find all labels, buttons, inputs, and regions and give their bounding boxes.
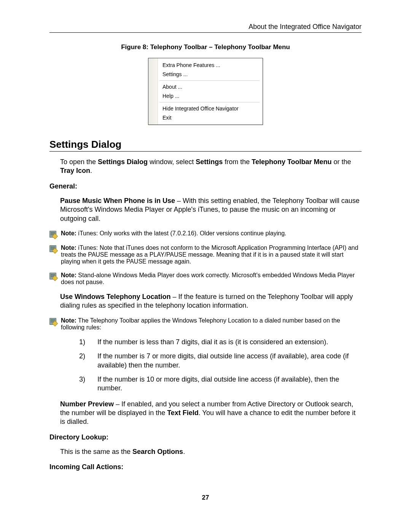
- text: from the: [223, 158, 252, 166]
- note-text: Note: The Telephony Toolbar applies the …: [61, 317, 362, 331]
- text-bold: Telephony Toolbar Menu: [252, 158, 331, 166]
- note-row: Note: iTunes: Only works with the latest…: [49, 230, 362, 238]
- section-title: Settings Dialog: [49, 139, 362, 150]
- text: iTunes: Note that iTunes does not confor…: [61, 244, 358, 265]
- text-bold: Number Preview: [60, 400, 114, 408]
- note-row: Note: Stand-alone Windows Media Player d…: [49, 272, 362, 286]
- document-page: About the Integrated Office Navigator Fi…: [0, 0, 411, 517]
- text-bold: Settings Dialog: [98, 158, 148, 166]
- header-rule: [49, 32, 362, 33]
- note-row: Note: iTunes: Note that iTunes does not …: [49, 244, 362, 265]
- subhead-general: General:: [49, 182, 362, 190]
- menu-separator: [159, 102, 260, 102]
- text-bold: Use Windows Telephony Location: [60, 293, 171, 300]
- section-rule: [49, 151, 362, 152]
- text: or the: [332, 158, 351, 166]
- note-label: Note:: [61, 244, 76, 251]
- menu-content: Extra Phone Features ... Settings ... Ab…: [158, 58, 263, 125]
- note-label: Note:: [61, 317, 76, 324]
- text: The Telephony Toolbar applies the Window…: [61, 317, 340, 331]
- list-item: 2) If the number is 7 or more digits, di…: [72, 352, 362, 370]
- list-number: 1): [72, 338, 97, 347]
- text-bold: Settings: [196, 158, 223, 166]
- number-preview-paragraph: Number Preview – If enabled, and you sel…: [60, 400, 362, 427]
- menu-gutter: [148, 58, 158, 125]
- note-row: Note: The Telephony Toolbar applies the …: [49, 317, 362, 331]
- text: iTunes: Only works with the latest (7.0.…: [76, 230, 287, 236]
- note-icon: [49, 231, 56, 238]
- menu-item-about[interactable]: About ...: [158, 82, 263, 91]
- telephony-toolbar-menu: Extra Phone Features ... Settings ... Ab…: [148, 58, 263, 125]
- rules-list: 1) If the number is less than 7 digits, …: [72, 338, 362, 393]
- text: .: [183, 448, 185, 455]
- page-number: 27: [49, 494, 362, 502]
- list-text: If the number is less than 7 digits, dia…: [97, 338, 362, 347]
- menu-separator: [159, 80, 260, 81]
- figure-caption: Figure 8: Telephony Toolbar – Telephony …: [49, 43, 362, 51]
- text: window, select: [148, 158, 196, 166]
- menu-item-settings[interactable]: Settings ...: [158, 70, 263, 79]
- list-number: 2): [72, 352, 97, 370]
- text: .: [90, 167, 92, 174]
- note-icon: [49, 273, 56, 280]
- intro-paragraph: To open the Settings Dialog window, sele…: [60, 158, 362, 176]
- note-icon: [49, 245, 56, 252]
- list-text: If the number is 7 or more digits, dial …: [97, 352, 362, 370]
- text: This is the same as the: [60, 448, 132, 455]
- subhead-incoming-call-actions: Incoming Call Actions:: [49, 463, 362, 471]
- note-icon: [49, 318, 56, 325]
- text: To open the: [60, 158, 98, 166]
- directory-lookup-paragraph: This is the same as the Search Options.: [60, 447, 362, 456]
- menu-item-help[interactable]: Help ...: [158, 91, 263, 101]
- note-text: Note: iTunes: Only works with the latest…: [61, 230, 362, 237]
- subhead-directory-lookup: Directory Lookup:: [49, 433, 362, 441]
- list-item: 3) If the number is 10 or more digits, d…: [72, 375, 362, 393]
- menu-item-exit[interactable]: Exit: [158, 113, 263, 122]
- note-label: Note:: [61, 230, 76, 236]
- menu-item-extra-phone-features[interactable]: Extra Phone Features ...: [158, 61, 263, 70]
- list-item: 1) If the number is less than 7 digits, …: [72, 338, 362, 347]
- note-label: Note:: [61, 272, 76, 278]
- text-bold: Pause Music When Phone is in Use: [60, 197, 175, 204]
- pause-music-paragraph: Pause Music When Phone is in Use – With …: [60, 197, 362, 223]
- use-windows-telephony-paragraph: Use Windows Telephony Location – If the …: [60, 292, 362, 310]
- menu-item-hide-integrated-office-navigator[interactable]: Hide Integrated Office Navigator: [158, 104, 263, 113]
- list-number: 3): [72, 375, 97, 393]
- text-bold: Text Field: [167, 409, 199, 417]
- running-head: About the Integrated Office Navigator: [49, 23, 362, 31]
- list-text: If the number is 10 or more digits, dial…: [97, 375, 362, 393]
- text-bold: Tray Icon: [60, 167, 90, 174]
- text-bold: Search Options: [132, 448, 183, 455]
- note-text: Note: Stand-alone Windows Media Player d…: [61, 272, 362, 286]
- text: Stand-alone Windows Media Player does wo…: [61, 272, 355, 285]
- note-text: Note: iTunes: Note that iTunes does not …: [61, 244, 362, 265]
